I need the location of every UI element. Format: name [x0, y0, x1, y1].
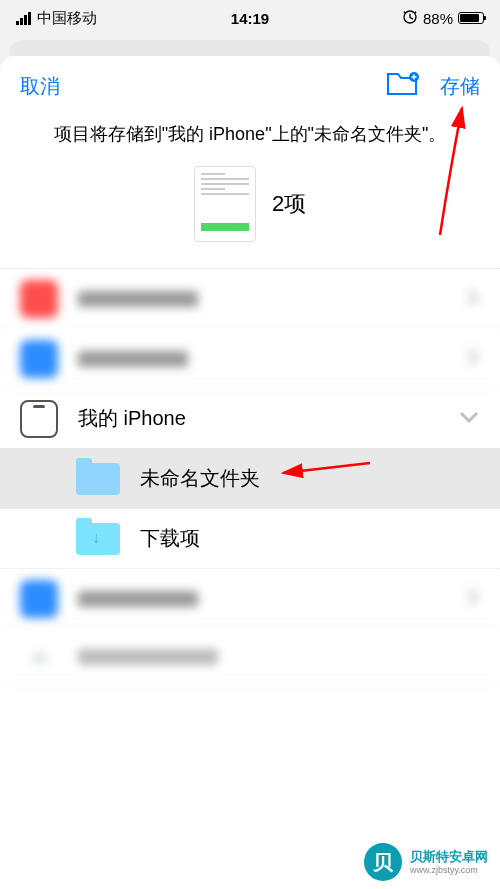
location-label: 未命名文件夹: [140, 465, 480, 492]
folder-icon: [76, 463, 120, 495]
blurred-label: [78, 291, 198, 307]
status-time: 14:19: [231, 10, 269, 27]
signal-icon: [16, 12, 31, 25]
downloads-folder-icon: [76, 523, 120, 555]
watermark-name: 贝斯特安卓网: [410, 849, 488, 865]
chevron-right-icon: [466, 586, 480, 612]
modal-backdrop: [10, 40, 490, 56]
location-item-my-iphone[interactable]: 我的 iPhone: [0, 389, 500, 449]
watermark-logo-icon: 贝: [364, 843, 402, 881]
item-count: 2项: [272, 189, 306, 219]
status-left: 中国移动: [16, 9, 97, 28]
blurred-label: [78, 351, 188, 367]
status-right: 88%: [402, 9, 484, 28]
app-icon: [20, 340, 58, 378]
document-preview-icon: [194, 166, 256, 242]
alarm-icon: [402, 9, 418, 28]
watermark: 贝 贝斯特安卓网 www.zjbstyy.com: [364, 843, 488, 881]
cancel-button[interactable]: 取消: [20, 73, 60, 100]
location-item-blurred-2[interactable]: [0, 329, 500, 389]
battery-icon: [458, 12, 484, 24]
chevron-right-icon: [466, 286, 480, 312]
chevron-down-icon: [458, 410, 480, 428]
location-label: 下载项: [140, 525, 480, 552]
location-item-blurred-4[interactable]: ☁️: [0, 629, 500, 685]
location-item-blurred-3[interactable]: [0, 569, 500, 629]
blurred-label: [78, 591, 198, 607]
save-modal: 取消 存储 项目将存储到"我的 iPhone"上的"未命名文件夹"。 2项: [0, 56, 500, 889]
carrier-name: 中国移动: [37, 9, 97, 28]
location-list: 我的 iPhone 未命名文件夹 下载项 ☁️: [0, 268, 500, 685]
preview-area: 2项: [0, 152, 500, 268]
location-item-blurred-1[interactable]: [0, 269, 500, 329]
app-icon: [20, 580, 58, 618]
modal-header: 取消 存储: [0, 56, 500, 116]
cloud-icon: ☁️: [20, 638, 58, 676]
watermark-url: www.zjbstyy.com: [410, 865, 488, 875]
blurred-label: [78, 649, 218, 665]
app-icon: [20, 280, 58, 318]
location-item-downloads[interactable]: 下载项: [0, 509, 500, 569]
chevron-right-icon: [466, 346, 480, 372]
save-location-description: 项目将存储到"我的 iPhone"上的"未命名文件夹"。: [0, 116, 500, 152]
phone-icon: [20, 400, 58, 438]
save-button[interactable]: 存储: [440, 73, 480, 100]
location-item-unnamed-folder[interactable]: 未命名文件夹: [0, 449, 500, 509]
new-folder-button[interactable]: [386, 70, 420, 102]
location-label: 我的 iPhone: [78, 405, 458, 432]
battery-percent: 88%: [423, 10, 453, 27]
status-bar: 中国移动 14:19 88%: [0, 0, 500, 36]
